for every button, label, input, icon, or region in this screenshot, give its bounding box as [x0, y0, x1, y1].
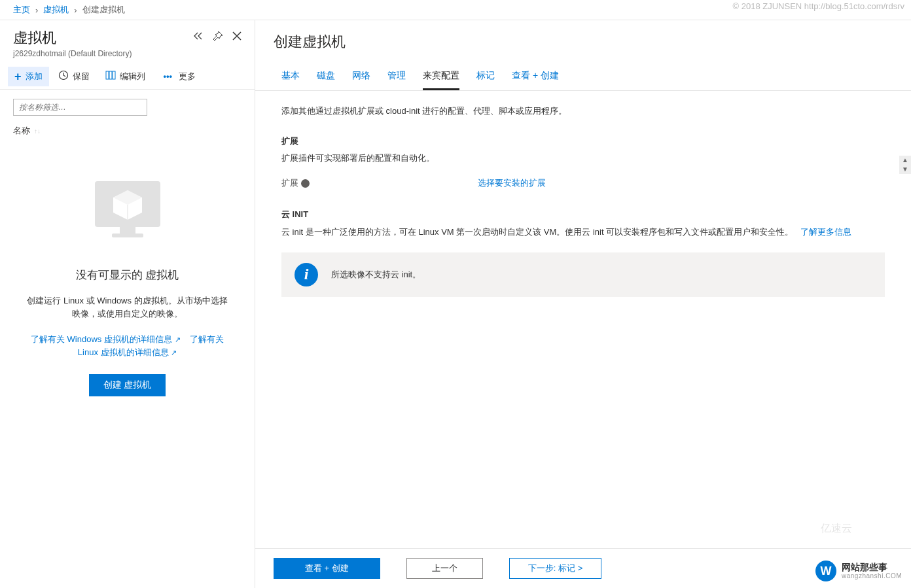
breadcrumb-home[interactable]: 主页	[13, 4, 30, 16]
external-link-icon: ↗	[171, 347, 177, 358]
banner-text: 所选映像不支持云 init。	[331, 269, 421, 281]
link-windows-vm[interactable]: 了解有关 Windows 虚拟机的详细信息 ↗	[31, 334, 181, 344]
svg-rect-1	[106, 71, 109, 79]
tab-management[interactable]: 管理	[387, 70, 406, 90]
add-button[interactable]: + 添加	[8, 67, 49, 86]
cloudinit-desc: 云 init 是一种广泛使用的方法，可在 Linux VM 第一次启动时自定义该…	[281, 226, 885, 239]
ellipsis-icon: •••	[161, 71, 175, 81]
empty-desc: 创建运行 Linux 或 Windows 的虚拟机。从市场中选择映像，或使用自定…	[13, 294, 241, 320]
tab-tags[interactable]: 标记	[476, 70, 495, 90]
more-button[interactable]: ••• 更多	[154, 67, 203, 86]
add-label: 添加	[26, 71, 43, 82]
external-link-icon: ↗	[175, 334, 181, 345]
keep-label: 保留	[73, 71, 90, 82]
clock-icon	[58, 70, 69, 82]
collapse-icon[interactable]	[193, 31, 204, 43]
section-extensions-title: 扩展	[281, 135, 885, 147]
select-extension-link[interactable]: 选择要安装的扩展	[478, 178, 546, 188]
previous-button[interactable]: 上一个	[406, 558, 483, 579]
info-banner: i 所选映像不支持云 init。	[281, 252, 885, 297]
chevron-right-icon: ›	[74, 5, 77, 15]
breadcrumb: 主页 › 虚拟机 › 创建虚拟机	[0, 0, 911, 20]
wizard-tabs: 基本 磁盘 网络 管理 来宾配置 标记 查看 + 创建	[255, 57, 911, 91]
info-icon[interactable]	[301, 179, 310, 188]
tab-review-create[interactable]: 查看 + 创建	[512, 70, 559, 90]
svg-rect-3	[113, 71, 115, 79]
columns-icon	[105, 71, 116, 82]
info-icon: i	[295, 263, 318, 286]
close-icon[interactable]	[232, 31, 241, 43]
next-button[interactable]: 下一步: 标记 >	[509, 558, 601, 579]
empty-title: 没有可显示的 虚拟机	[76, 268, 179, 283]
tab-disks[interactable]: 磁盘	[317, 70, 335, 90]
chevron-right-icon: ›	[35, 5, 38, 15]
pane-subtitle: j2629zdhotmail (Default Directory)	[13, 49, 132, 58]
plus-icon: +	[14, 71, 22, 82]
edit-columns-button[interactable]: 编辑列	[99, 67, 152, 86]
toolbar: + 添加 保留 编辑列 ••• 更多	[0, 63, 255, 90]
pin-icon[interactable]	[213, 31, 223, 43]
section-extensions-desc: 扩展插件可实现部署后的配置和自动化。	[281, 152, 885, 164]
extensions-label: 扩展	[281, 177, 298, 189]
page-title: 创建虚拟机	[255, 20, 911, 57]
empty-state: 没有可显示的 虚拟机 创建运行 Linux 或 Windows 的虚拟机。从市场…	[0, 137, 255, 396]
review-create-button[interactable]: 查看 + 创建	[274, 558, 380, 579]
tab-guest-config[interactable]: 来宾配置	[423, 70, 459, 90]
filter-input[interactable]	[13, 99, 147, 116]
tab-network[interactable]: 网络	[352, 70, 370, 90]
more-label: 更多	[179, 71, 196, 82]
footer-bar: 查看 + 创建 上一个 下一步: 标记 >	[255, 548, 911, 588]
cloudinit-learn-more-link[interactable]: 了解更多信息	[800, 227, 851, 237]
intro-text: 添加其他通过虚拟机扩展或 cloud-init 进行的配置、代理、脚本或应用程序…	[281, 105, 885, 117]
left-pane: 虚拟机 j2629zdhotmail (Default Directory) +…	[0, 20, 255, 588]
svg-rect-5	[120, 227, 135, 233]
keep-button[interactable]: 保留	[52, 66, 96, 86]
section-cloudinit-title: 云 INIT	[281, 209, 885, 220]
svg-rect-6	[112, 233, 143, 237]
right-pane: 创建虚拟机 基本 磁盘 网络 管理 来宾配置 标记 查看 + 创建 添加其他通过…	[255, 20, 911, 588]
pane-title: 虚拟机	[13, 28, 132, 48]
breadcrumb-current: 创建虚拟机	[82, 4, 125, 16]
create-vm-button[interactable]: 创建 虚拟机	[89, 374, 166, 396]
svg-rect-2	[109, 71, 112, 79]
monitor-icon	[88, 169, 167, 248]
name-column-header[interactable]: 名称	[13, 125, 30, 137]
edit-columns-label: 编辑列	[120, 71, 145, 82]
tab-basic[interactable]: 基本	[281, 70, 300, 90]
breadcrumb-vms[interactable]: 虚拟机	[43, 4, 69, 16]
sort-icon: ↑↓	[34, 128, 41, 135]
